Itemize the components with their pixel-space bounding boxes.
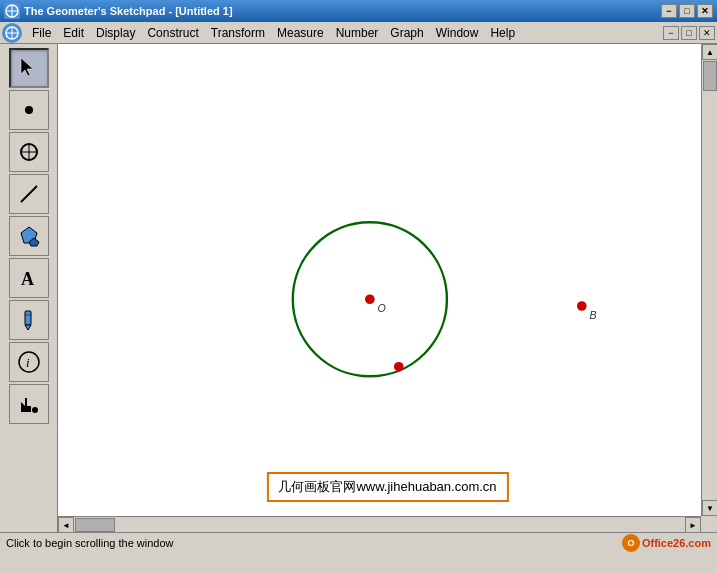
status-text: Click to begin scrolling the window (6, 537, 622, 549)
point-B (577, 301, 587, 311)
status-logo: O Office26.com (622, 534, 711, 552)
hand-tool[interactable] (9, 384, 49, 424)
logo-icon: O (622, 534, 640, 552)
svg-marker-6 (21, 58, 33, 76)
svg-line-11 (21, 186, 37, 202)
svg-marker-20 (21, 398, 31, 412)
info-tool[interactable]: i (9, 342, 49, 382)
scroll-right-button[interactable]: ► (685, 517, 701, 532)
menu-measure[interactable]: Measure (271, 24, 330, 42)
menu-construct[interactable]: Construct (141, 24, 204, 42)
scroll-thumb-v[interactable] (703, 61, 717, 91)
svg-marker-16 (25, 325, 31, 330)
scroll-track-v[interactable] (702, 60, 717, 500)
menu-file[interactable]: File (26, 24, 57, 42)
menu-edit[interactable]: Edit (57, 24, 90, 42)
svg-text:i: i (26, 355, 30, 370)
title-bar-text: The Geometer's Sketchpad - [Untitled 1] (24, 5, 661, 17)
select-tool[interactable] (9, 48, 49, 88)
svg-text:A: A (21, 269, 34, 289)
main-area: A i (0, 44, 717, 532)
doc-restore-button[interactable]: □ (681, 26, 697, 40)
point-tool[interactable] (9, 90, 49, 130)
horizontal-scrollbar[interactable]: ◄ ► (58, 516, 701, 532)
scroll-up-button[interactable]: ▲ (702, 44, 717, 60)
line-tool[interactable] (9, 174, 49, 214)
watermark: 几何画板官网www.jihehuaban.com.cn (266, 472, 508, 502)
menu-help[interactable]: Help (484, 24, 521, 42)
scroll-thumb-h[interactable] (75, 518, 115, 532)
point-O (365, 294, 375, 304)
doc-minimize-button[interactable]: − (663, 26, 679, 40)
app-menu-icon[interactable] (2, 23, 22, 43)
scroll-left-button[interactable]: ◄ (58, 517, 74, 532)
menu-window[interactable]: Window (430, 24, 485, 42)
vertical-scrollbar[interactable]: ▲ ▼ (701, 44, 717, 516)
point-A (394, 362, 404, 372)
title-bar-controls: − □ ✕ (661, 4, 713, 18)
svg-rect-15 (25, 311, 31, 325)
toolbar: A i (0, 44, 58, 532)
menu-display[interactable]: Display (90, 24, 141, 42)
scroll-down-button[interactable]: ▼ (702, 500, 717, 516)
drawing-canvas[interactable]: O B (58, 44, 701, 516)
maximize-button[interactable]: □ (679, 4, 695, 18)
logo-text: Office26.com (642, 537, 711, 549)
status-bar: Click to begin scrolling the window O Of… (0, 532, 717, 552)
title-bar: The Geometer's Sketchpad - [Untitled 1] … (0, 0, 717, 22)
svg-point-7 (25, 106, 33, 114)
compass-tool[interactable] (9, 132, 49, 172)
menu-transform[interactable]: Transform (205, 24, 271, 42)
canvas-container[interactable]: O B 几何画板官网www.jihehuaban.com.cn ▲ ▼ ◄ (58, 44, 717, 532)
polygon-tool[interactable] (9, 216, 49, 256)
svg-point-21 (32, 407, 38, 413)
scroll-corner (701, 516, 717, 532)
menu-number[interactable]: Number (330, 24, 385, 42)
minimize-button[interactable]: − (661, 4, 677, 18)
scroll-track-h[interactable] (74, 517, 685, 532)
close-button[interactable]: ✕ (697, 4, 713, 18)
doc-close-button[interactable]: ✕ (699, 26, 715, 40)
label-B: B (589, 309, 596, 321)
menu-graph[interactable]: Graph (384, 24, 429, 42)
menu-bar: File Edit Display Construct Transform Me… (0, 22, 717, 44)
label-O: O (378, 302, 386, 314)
marker-tool[interactable] (9, 300, 49, 340)
text-tool[interactable]: A (9, 258, 49, 298)
watermark-text: 几何画板官网www.jihehuaban.com.cn (278, 479, 496, 494)
menu-bar-controls: − □ ✕ (663, 26, 715, 40)
app-icon (4, 3, 20, 19)
